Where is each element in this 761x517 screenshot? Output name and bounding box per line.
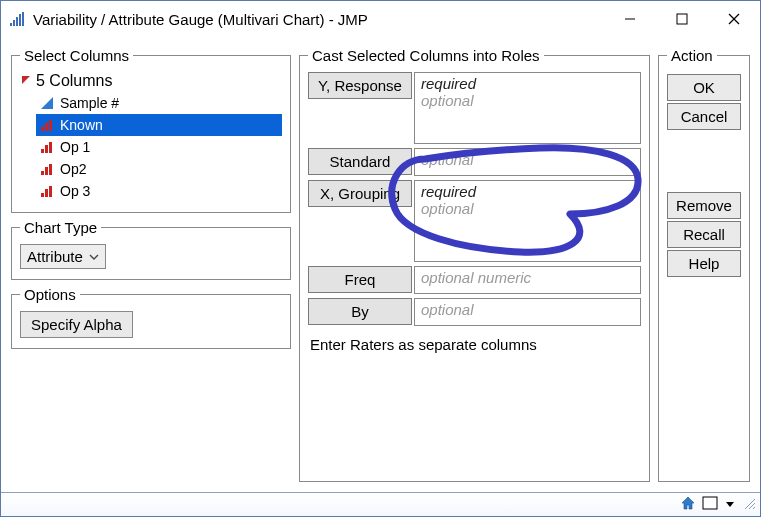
svg-rect-19 xyxy=(49,164,52,175)
help-button[interactable]: Help xyxy=(667,250,741,277)
column-item[interactable]: Op2 xyxy=(36,158,282,180)
svg-rect-3 xyxy=(19,14,21,26)
svg-line-28 xyxy=(753,507,755,509)
column-item[interactable]: Op 1 xyxy=(36,136,282,158)
dialog-content: Select Columns 5 Columns Sample #KnownOp… xyxy=(1,37,760,492)
svg-rect-6 xyxy=(677,14,687,24)
svg-rect-20 xyxy=(41,193,44,197)
y-optional-label: optional xyxy=(421,92,634,109)
x-grouping-button[interactable]: X, Grouping xyxy=(308,180,412,207)
by-button[interactable]: By xyxy=(308,298,412,325)
chart-type-select[interactable]: Attribute xyxy=(20,244,106,269)
chart-type-legend: Chart Type xyxy=(20,219,101,236)
ordinal-icon xyxy=(40,96,56,110)
svg-rect-2 xyxy=(16,17,18,26)
svg-marker-10 xyxy=(41,97,53,109)
app-icon xyxy=(9,11,25,27)
svg-rect-14 xyxy=(41,149,44,153)
column-item-label: Op2 xyxy=(60,161,86,177)
svg-rect-11 xyxy=(41,127,44,131)
standard-optional-label: optional xyxy=(421,151,634,168)
svg-rect-4 xyxy=(22,12,24,26)
home-icon[interactable] xyxy=(680,495,696,514)
freq-dropzone[interactable]: optional numeric xyxy=(414,266,641,294)
cancel-button[interactable]: Cancel xyxy=(667,103,741,130)
action-legend: Action xyxy=(667,47,717,64)
dropdown-triangle-icon[interactable] xyxy=(724,497,736,513)
y-response-dropzone[interactable]: required optional xyxy=(414,72,641,144)
column-item[interactable]: Known xyxy=(36,114,282,136)
nominal-icon xyxy=(40,118,56,132)
nominal-icon xyxy=(40,140,56,154)
x-optional-label: optional xyxy=(421,200,634,217)
svg-rect-1 xyxy=(13,20,15,26)
chart-type-value: Attribute xyxy=(27,248,83,265)
svg-marker-9 xyxy=(22,76,30,84)
minimize-button[interactable] xyxy=(604,1,656,37)
role-row-by: By optional xyxy=(308,298,641,326)
app-window: Variability / Attribute Gauge (Multivari… xyxy=(0,0,761,517)
svg-marker-23 xyxy=(682,497,694,509)
svg-rect-0 xyxy=(10,23,12,26)
resize-grip-icon[interactable] xyxy=(742,496,756,513)
column-item[interactable]: Sample # xyxy=(36,92,282,114)
freq-optional-label: optional numeric xyxy=(421,269,634,286)
svg-rect-13 xyxy=(49,120,52,131)
role-row-x: X, Grouping required optional xyxy=(308,180,641,262)
window-title: Variability / Attribute Gauge (Multivari… xyxy=(33,11,368,28)
raters-hint: Enter Raters as separate columns xyxy=(308,330,641,353)
recall-button[interactable]: Recall xyxy=(667,221,741,248)
svg-rect-22 xyxy=(49,186,52,197)
cast-roles-legend: Cast Selected Columns into Roles xyxy=(308,47,544,64)
columns-list: Sample #KnownOp 1Op2Op 3 xyxy=(20,92,282,202)
x-grouping-dropzone[interactable]: required optional xyxy=(414,180,641,262)
action-group: Action OK Cancel Remove Recall Help xyxy=(658,47,750,482)
remove-button[interactable]: Remove xyxy=(667,192,741,219)
column-item[interactable]: Op 3 xyxy=(36,180,282,202)
x-required-label: required xyxy=(421,183,634,200)
column-item-label: Op 3 xyxy=(60,183,90,199)
titlebar: Variability / Attribute Gauge (Multivari… xyxy=(1,1,760,37)
window-controls xyxy=(604,1,760,37)
svg-rect-24 xyxy=(703,497,717,509)
specify-alpha-button[interactable]: Specify Alpha xyxy=(20,311,133,338)
svg-rect-15 xyxy=(45,145,48,153)
disclosure-icon xyxy=(20,72,32,90)
color-box-icon[interactable] xyxy=(702,496,718,513)
column-item-label: Op 1 xyxy=(60,139,90,155)
close-button[interactable] xyxy=(708,1,760,37)
columns-count-row[interactable]: 5 Columns xyxy=(20,72,282,90)
select-columns-legend: Select Columns xyxy=(20,47,133,64)
svg-rect-12 xyxy=(45,123,48,131)
chevron-down-icon xyxy=(89,248,99,265)
svg-marker-25 xyxy=(726,502,734,507)
standard-button[interactable]: Standard xyxy=(308,148,412,175)
cast-roles-group: Cast Selected Columns into Roles Y, Resp… xyxy=(299,47,650,482)
columns-count-label: 5 Columns xyxy=(36,72,112,90)
nominal-icon xyxy=(40,184,56,198)
column-item-label: Sample # xyxy=(60,95,119,111)
by-dropzone[interactable]: optional xyxy=(414,298,641,326)
role-row-standard: Standard optional xyxy=(308,148,641,176)
role-row-y: Y, Response required optional xyxy=(308,72,641,144)
standard-dropzone[interactable]: optional xyxy=(414,148,641,176)
ok-button[interactable]: OK xyxy=(667,74,741,101)
chart-type-group: Chart Type Attribute xyxy=(11,219,291,280)
by-optional-label: optional xyxy=(421,301,634,318)
maximize-button[interactable] xyxy=(656,1,708,37)
svg-rect-21 xyxy=(45,189,48,197)
y-response-button[interactable]: Y, Response xyxy=(308,72,412,99)
role-row-freq: Freq optional numeric xyxy=(308,266,641,294)
column-item-label: Known xyxy=(60,117,103,133)
select-columns-group: Select Columns 5 Columns Sample #KnownOp… xyxy=(11,47,291,213)
statusbar xyxy=(1,492,760,516)
y-required-label: required xyxy=(421,75,634,92)
svg-rect-17 xyxy=(41,171,44,175)
nominal-icon xyxy=(40,162,56,176)
options-legend: Options xyxy=(20,286,80,303)
svg-rect-18 xyxy=(45,167,48,175)
options-group: Options Specify Alpha xyxy=(11,286,291,349)
svg-rect-16 xyxy=(49,142,52,153)
freq-button[interactable]: Freq xyxy=(308,266,412,293)
